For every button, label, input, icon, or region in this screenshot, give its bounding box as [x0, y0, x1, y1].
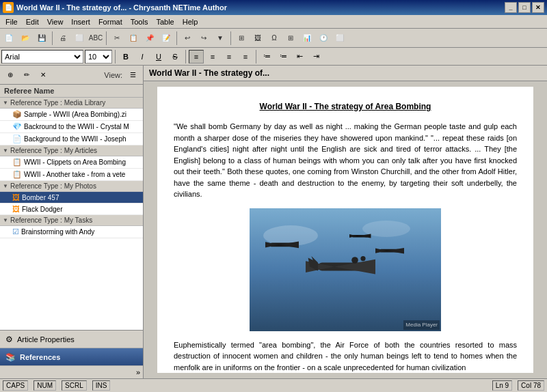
menu-edit[interactable]: Edit	[22, 16, 43, 27]
status-bar: CAPS NUM SCRL INS Ln 9 Col 78	[0, 378, 547, 392]
list-item[interactable]: 📄 Background to the WWII - Joseph	[0, 133, 143, 145]
chart-button[interactable]: 📊	[299, 31, 315, 46]
minimize-button[interactable]: _	[505, 2, 517, 13]
sidebar-add-icon[interactable]: ⊕	[3, 68, 18, 83]
close-button[interactable]: ✕	[532, 2, 544, 13]
sidebar-bottom: ⚙ Article Properties 📚 References »	[0, 330, 143, 378]
main-area: ⊕ ✏ ✕ View: ☰ Referee Name ▼ Reference T…	[0, 66, 547, 378]
expand-arrows-icon: »	[136, 368, 140, 376]
extra-button[interactable]: ⬜	[332, 31, 347, 46]
insert-ref-button[interactable]: ⊞	[234, 31, 249, 46]
doc-image-bombers: Media Player	[250, 208, 441, 331]
align-left-button[interactable]: ≡	[189, 50, 204, 64]
doc-paragraph-1[interactable]: "We shall bomb Germany by day as well as…	[174, 121, 517, 200]
app-icon: 📄	[3, 2, 14, 13]
references-button[interactable]: 📚 References	[0, 348, 143, 366]
sidebar-tree[interactable]: ▼ Reference Type : Media Library 📦 Sampl…	[0, 98, 143, 330]
crystal-icon: 💎	[12, 122, 22, 131]
doc-icon: 📄	[12, 135, 22, 143]
save-button[interactable]: 💾	[34, 31, 49, 46]
menu-table[interactable]: Table	[152, 16, 178, 27]
ref-type-my-tasks[interactable]: ▼ Reference Type : My Tasks	[0, 215, 143, 226]
window-title: World War II - The strategy of... - Chry…	[16, 3, 227, 12]
list-item[interactable]: 🖼 Flack Dodger	[0, 204, 143, 215]
copy-button[interactable]: 📋	[126, 31, 141, 46]
redo-button[interactable]: ↪	[196, 31, 211, 46]
svg-point-9	[360, 256, 365, 261]
image-button[interactable]: 🖼	[250, 31, 265, 46]
zip-icon: 📦	[12, 110, 22, 119]
title-bar: 📄 World War II - The strategy of... - Ch…	[0, 0, 547, 15]
new-button[interactable]: 📄	[1, 31, 16, 46]
font-select[interactable]: Arial	[1, 50, 83, 64]
menu-format[interactable]: Format	[94, 16, 126, 27]
strikethrough-button[interactable]: S	[168, 50, 183, 64]
increase-indent-button[interactable]: ⇥	[308, 50, 323, 64]
align-right-button[interactable]: ≡	[222, 50, 237, 64]
menu-file[interactable]: File	[1, 16, 22, 27]
menu-view[interactable]: View	[43, 16, 68, 27]
status-col: Col 78	[518, 380, 544, 391]
italic-button[interactable]: I	[135, 50, 150, 64]
menu-tools[interactable]: Tools	[126, 16, 152, 27]
expand-icon-tasks: ▼	[3, 217, 8, 223]
spell-check-button[interactable]: ABC	[88, 31, 103, 46]
sidebar-delete-icon[interactable]: ✕	[36, 68, 51, 83]
table-button[interactable]: ⊞	[283, 31, 298, 46]
doc-page: World War II - The strategy of Area Bomb…	[157, 87, 533, 373]
list-item[interactable]: 📦 Sample - WWII (Area Bombing).zi	[0, 109, 143, 121]
maximize-button[interactable]: □	[518, 2, 531, 13]
decrease-indent-button[interactable]: ⇤	[292, 50, 307, 64]
paste-special-button[interactable]: 📝	[159, 31, 174, 46]
clock-button[interactable]: 🕐	[316, 31, 331, 46]
menu-help[interactable]: Help	[178, 16, 202, 27]
article-properties-button[interactable]: ⚙ Article Properties	[0, 331, 143, 348]
svg-point-8	[351, 257, 358, 264]
ref-type-my-articles[interactable]: ▼ Reference Type : My Articles	[0, 145, 143, 156]
font-size-select[interactable]: 10	[85, 50, 112, 64]
doc-area[interactable]: World War II - The strategy of Area Bomb…	[144, 81, 547, 378]
task-icon: ☑	[12, 227, 19, 236]
expand-icon-media: ▼	[3, 100, 8, 106]
ref-group-my-articles: ▼ Reference Type : My Articles 📋 WWII - …	[0, 145, 143, 181]
sidebar-expand-button[interactable]: »	[0, 366, 143, 378]
open-button[interactable]: 📂	[18, 31, 33, 46]
status-ins: INS	[92, 380, 111, 391]
ref-type-articles-label: Reference Type : My Articles	[10, 147, 97, 154]
list-item[interactable]: 🖼 Bomber 457	[0, 192, 143, 204]
list-item[interactable]: 📋 WWII - Clippets on Area Bombing	[0, 156, 143, 169]
ref-type-my-photos[interactable]: ▼ Reference Type : My Photos	[0, 181, 143, 192]
sidebar-toolbar: ⊕ ✏ ✕ View: ☰	[0, 66, 143, 85]
print-button[interactable]: 🖨	[55, 31, 70, 46]
doc-paragraph-2[interactable]: Euphemistically termed "area bombing", t…	[174, 339, 517, 374]
align-justify-button[interactable]: ≡	[238, 50, 253, 64]
underline-button[interactable]: U	[151, 50, 166, 64]
print-preview-button[interactable]: ⬜	[72, 31, 87, 46]
item-label: Backround to the WWII - Crystal M	[24, 123, 129, 130]
special-char-button[interactable]: Ω	[267, 31, 282, 46]
ref-type-media-library[interactable]: ▼ Reference Type : Media Library	[0, 98, 143, 109]
sidebar-edit-icon[interactable]: ✏	[19, 68, 34, 83]
numbered-list-button[interactable]: ≔	[276, 50, 291, 64]
view-toggle-icon[interactable]: ☰	[125, 68, 140, 83]
article-icon-1: 📋	[12, 158, 22, 167]
ref-group-my-photos: ▼ Reference Type : My Photos 🖼 Bomber 45…	[0, 181, 143, 215]
menu-insert[interactable]: Insert	[67, 16, 94, 27]
article-icon-2: 📋	[12, 170, 22, 179]
references-icon: 📚	[5, 352, 16, 362]
bold-button[interactable]: B	[118, 50, 133, 64]
paste-button[interactable]: 📌	[142, 31, 157, 46]
bullet-list-button[interactable]: ≔	[259, 50, 274, 64]
image-caption: Media Player	[403, 320, 440, 330]
align-center-button[interactable]: ≡	[205, 50, 220, 64]
status-num: NUM	[34, 380, 56, 391]
cut-button[interactable]: ✂	[109, 31, 124, 46]
list-item[interactable]: ☑ Brainstorming with Andy	[0, 226, 143, 238]
ref-group-my-tasks: ▼ Reference Type : My Tasks ☑ Brainstorm…	[0, 215, 143, 238]
item-label: Flack Dodger	[22, 206, 62, 213]
list-item[interactable]: 📋 WWII - Another take - from a vete	[0, 169, 143, 181]
item-label: WWII - Clippets on Area Bombing	[24, 158, 126, 166]
undo-dropdown[interactable]: ▼	[213, 31, 228, 46]
list-item[interactable]: 💎 Backround to the WWII - Crystal M	[0, 121, 143, 133]
undo-button[interactable]: ↩	[180, 31, 195, 46]
